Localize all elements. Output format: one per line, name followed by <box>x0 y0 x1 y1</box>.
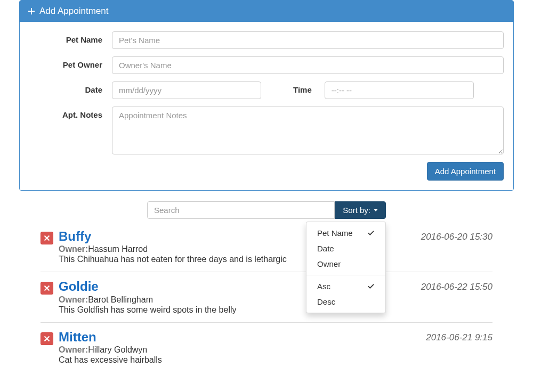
plus-icon <box>28 7 35 15</box>
list-item: Goldie Owner:Barot Bellingham This Goldf… <box>41 272 492 322</box>
delete-button[interactable] <box>41 232 53 244</box>
label-pet-name: Pet Name <box>29 31 112 44</box>
panel-body: Pet Name Pet Owner Date Time Apt. Notes … <box>20 22 513 190</box>
add-appointment-panel: Add Appointment Pet Name Pet Owner Date … <box>19 0 514 191</box>
appointment-datetime: 2016-06-20 15:30 <box>421 232 492 242</box>
sort-option-pet-name[interactable]: Pet Name <box>306 225 385 241</box>
panel-title: Add Appointment <box>39 6 108 17</box>
time-input[interactable] <box>325 81 474 99</box>
close-icon <box>44 235 50 241</box>
appointment-datetime: 2016-06-21 9:15 <box>426 332 492 343</box>
search-input[interactable] <box>147 201 335 219</box>
list-item: Mitten Owner:Hillary Goldwyn Cat has exc… <box>41 322 492 372</box>
owner-label: Owner: <box>59 244 88 254</box>
owner-label: Owner: <box>59 345 88 354</box>
add-appointment-button[interactable]: Add Appointment <box>427 162 504 181</box>
delete-button[interactable] <box>41 282 53 295</box>
sort-option-owner[interactable]: Owner <box>306 256 385 272</box>
pet-owner-input[interactable] <box>112 56 504 74</box>
appointment-datetime: 2016-06-22 15:50 <box>421 282 492 292</box>
dropdown-divider <box>306 275 385 275</box>
owner-name[interactable]: Hassum Harrod <box>88 244 148 254</box>
appointment-list: Buffy Owner:Hassum Harrod This Chihuahua… <box>19 222 514 372</box>
sort-dropdown: Pet Name Date Owner Asc Desc <box>306 222 386 313</box>
label-time: Time <box>261 81 325 94</box>
delete-button[interactable] <box>41 332 53 345</box>
notes-textarea[interactable] <box>112 107 504 154</box>
label-notes: Apt. Notes <box>29 107 112 119</box>
owner-name[interactable]: Barot Bellingham <box>88 295 153 304</box>
pet-name[interactable]: Mitten <box>59 330 417 344</box>
label-pet-owner: Pet Owner <box>29 56 112 69</box>
sort-by-button[interactable]: Sort by: <box>335 201 386 219</box>
sort-order-desc[interactable]: Desc <box>306 294 385 309</box>
pet-name-input[interactable] <box>112 31 504 49</box>
label-date: Date <box>29 81 112 94</box>
search-input-group: Sort by: <box>147 201 386 219</box>
sort-option-date[interactable]: Date <box>306 241 385 256</box>
sort-by-label: Sort by: <box>343 206 370 215</box>
sort-order-asc[interactable]: Asc <box>306 279 385 294</box>
check-icon <box>367 230 375 237</box>
date-input[interactable] <box>112 81 261 99</box>
close-icon <box>44 336 50 342</box>
caret-down-icon <box>374 209 378 211</box>
close-icon <box>44 285 50 291</box>
panel-heading[interactable]: Add Appointment <box>20 1 513 22</box>
appointment-notes[interactable]: Cat has excessive hairballs <box>59 355 417 365</box>
owner-name[interactable]: Hillary Goldwyn <box>88 345 147 354</box>
check-icon <box>367 283 375 290</box>
list-item: Buffy Owner:Hassum Harrod This Chihuahua… <box>41 222 492 272</box>
owner-label: Owner: <box>59 295 88 304</box>
search-row: Sort by: Pet Name Date Owner Asc Desc <box>19 201 514 219</box>
